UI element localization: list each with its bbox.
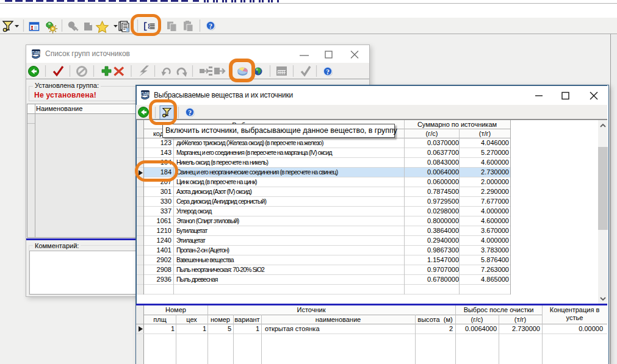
svg-text:?: ?: [326, 68, 330, 76]
svg-text:?: ?: [209, 23, 212, 30]
svg-text:ПДВ: ПДВ: [141, 91, 150, 96]
svg-text:ПДВ: ПДВ: [32, 51, 40, 55]
svg-text:?: ?: [188, 109, 192, 116]
